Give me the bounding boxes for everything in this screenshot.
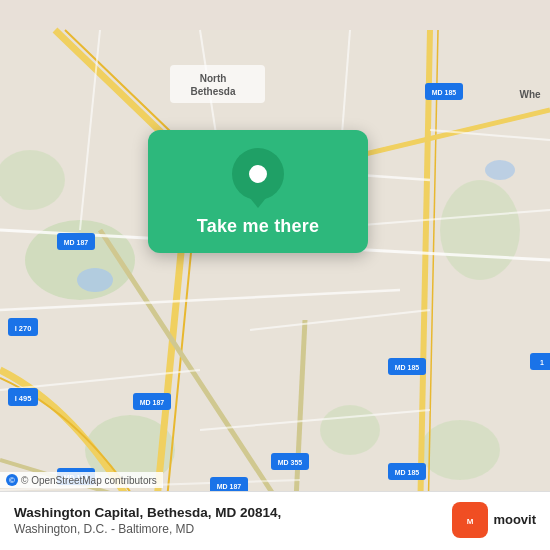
moovit-badge[interactable]: M moovit [452,502,536,538]
svg-text:MD 187: MD 187 [64,239,89,246]
svg-point-8 [485,160,515,180]
svg-point-6 [420,420,500,480]
svg-text:MD 185: MD 185 [395,364,420,371]
copyright-bar: © © OpenStreetMap contributors [0,472,163,488]
location-title: Washington Capital, Bethesda, MD 20814, [14,504,442,522]
svg-text:M: M [467,517,474,526]
svg-text:I 495: I 495 [15,394,32,403]
svg-point-3 [440,180,520,280]
svg-text:MD 355: MD 355 [278,459,303,466]
svg-text:MD 187: MD 187 [217,483,242,490]
svg-text:MD 185: MD 185 [432,89,457,96]
svg-rect-9 [170,65,265,103]
take-me-there-label: Take me there [197,216,319,237]
map-background: I 270 I 495 MD 185 547 MD 187 MD 185 MD … [0,0,550,550]
pin-inner-circle [249,165,267,183]
bottom-info-bar: Washington Capital, Bethesda, MD 20814, … [0,491,550,550]
svg-text:Bethesda: Bethesda [190,86,235,97]
moovit-logo-svg: M [458,508,482,532]
map-container: I 270 I 495 MD 185 547 MD 187 MD 185 MD … [0,0,550,550]
svg-text:1: 1 [540,359,544,366]
copyright-text: © OpenStreetMap contributors [21,475,157,486]
location-pin-icon [232,148,284,200]
svg-point-4 [320,405,380,455]
moovit-icon: M [452,502,488,538]
moovit-text-block: moovit [493,513,536,527]
bottom-content: Washington Capital, Bethesda, MD 20814, … [14,502,536,538]
osm-icon: © [6,474,18,486]
location-info: Washington Capital, Bethesda, MD 20814, … [14,504,442,537]
svg-text:MD 185: MD 185 [395,469,420,476]
svg-text:I 270: I 270 [15,324,32,333]
svg-text:North: North [200,73,227,84]
location-subtitle: Washington, D.C. - Baltimore, MD [14,522,442,536]
moovit-app-name: moovit [493,513,536,527]
take-me-there-button[interactable]: Take me there [148,130,368,253]
svg-text:Whe: Whe [519,89,541,100]
svg-text:MD 187: MD 187 [140,399,165,406]
svg-point-7 [77,268,113,292]
